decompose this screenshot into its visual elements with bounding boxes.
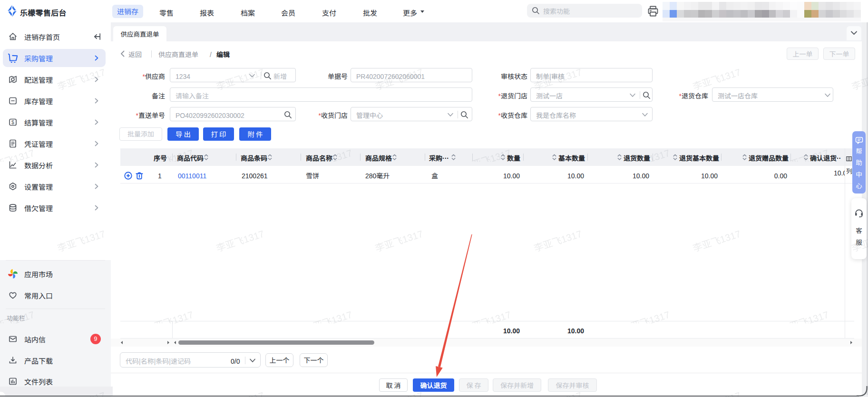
- svg-text:$: $: [11, 119, 14, 125]
